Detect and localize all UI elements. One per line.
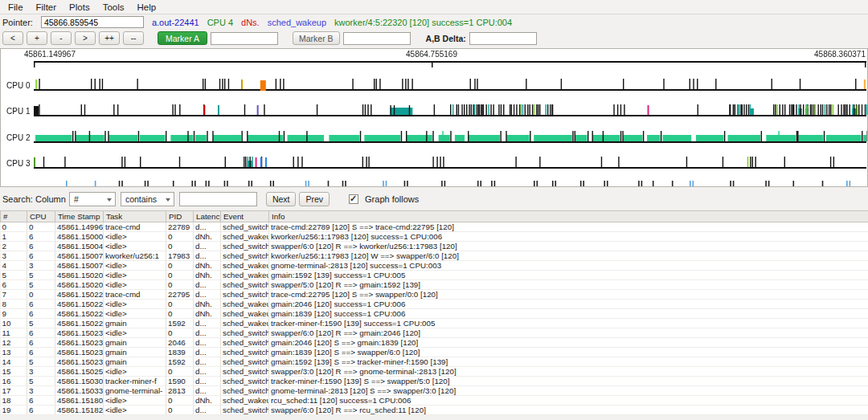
table-row[interactable]: 14545861.150239gmain1592d...sched_switch…	[1, 357, 868, 367]
table-cell[interactable]: 17983	[166, 251, 194, 261]
table-row[interactable]: 8645861.150226<idle>0dNh.sched_wakeupgma…	[1, 300, 868, 309]
table-row[interactable]: 18645861.151800<idle>0dNh.sched_wakeuprc…	[1, 396, 868, 406]
search-input[interactable]	[179, 192, 257, 206]
table-cell[interactable]: gmain:2046 [120] success=1 CPU:006	[269, 300, 868, 309]
table-cell[interactable]: d...	[194, 367, 221, 377]
table-cell[interactable]: <idle>	[104, 300, 166, 309]
table-cell[interactable]: swapper/6:0 [120] R ==> kworker/u256:1:1…	[269, 242, 868, 251]
table-cell[interactable]: 45861.150228	[55, 309, 104, 319]
table-cell[interactable]: <idle>	[104, 271, 166, 280]
table-cell[interactable]: <idle>	[104, 309, 166, 319]
table-cell[interactable]: d...	[194, 406, 221, 415]
table-cell[interactable]: 4	[1, 261, 27, 271]
table-cell[interactable]: 6	[27, 338, 55, 348]
table-cell[interactable]: 45861.150226	[55, 300, 104, 309]
col-header-event[interactable]: Event	[221, 211, 269, 222]
scroll-right-button[interactable]: >	[75, 31, 96, 45]
menu-filter[interactable]: Filter	[30, 1, 63, 14]
table-cell[interactable]: 2813	[166, 386, 194, 396]
table-cell[interactable]: gmain	[104, 338, 166, 348]
table-cell[interactable]: 45861.151824	[55, 406, 104, 415]
table-cell[interactable]: 16	[1, 377, 27, 386]
prev-button[interactable]: Prev	[299, 192, 330, 206]
table-cell[interactable]: 45861.150228	[55, 319, 104, 328]
table-cell[interactable]: dNh.	[194, 309, 221, 319]
table-cell[interactable]: 45861.150230	[55, 328, 104, 338]
table-cell[interactable]: 0	[166, 309, 194, 319]
table-cell[interactable]: 6	[27, 300, 55, 309]
table-cell[interactable]: d...	[194, 242, 221, 251]
table-cell[interactable]: <idle>	[104, 406, 166, 415]
table-cell[interactable]: 15	[1, 367, 27, 377]
table-cell[interactable]: 0	[27, 222, 55, 232]
table-row[interactable]: 17345861.150336gnome-terminal-2813d...sc…	[1, 386, 868, 396]
table-cell[interactable]: 0	[166, 261, 194, 271]
table-cell[interactable]: d...	[194, 328, 221, 338]
table-cell[interactable]: 0	[166, 406, 194, 415]
table-cell[interactable]: 22789	[166, 222, 194, 232]
table-cell[interactable]: d...	[194, 251, 221, 261]
col-header-pid[interactable]: PID	[166, 211, 194, 222]
table-cell[interactable]: 45861.150070	[55, 251, 104, 261]
marker-a-button[interactable]: Marker A	[158, 31, 207, 45]
table-cell[interactable]: 5	[1, 271, 27, 280]
menu-plots[interactable]: Plots	[63, 1, 96, 14]
next-button[interactable]: Next	[266, 192, 297, 206]
table-cell[interactable]: 10	[1, 319, 27, 328]
table-cell[interactable]: 45861.150307	[55, 377, 104, 386]
table-cell[interactable]: 9	[1, 309, 27, 319]
table-cell[interactable]: 13	[1, 348, 27, 357]
table-cell[interactable]: 45861.150078	[55, 261, 104, 271]
menu-tools[interactable]: Tools	[96, 1, 131, 14]
table-cell[interactable]: 1590	[166, 377, 194, 386]
table-cell[interactable]: gnome-terminal-	[104, 386, 166, 396]
table-cell[interactable]: 6	[27, 232, 55, 242]
table-cell[interactable]: sched_switch	[221, 338, 269, 348]
table-cell[interactable]: 0	[166, 232, 194, 242]
table-cell[interactable]: d...	[194, 348, 221, 357]
table-cell[interactable]: sched_switch	[221, 367, 269, 377]
table-cell[interactable]: 6	[27, 309, 55, 319]
table-cell[interactable]: 5	[27, 377, 55, 386]
table-cell[interactable]: 19	[1, 406, 27, 415]
table-cell[interactable]: dNh.	[194, 261, 221, 271]
table-cell[interactable]: 5	[27, 357, 55, 367]
table-row[interactable]: 1645861.150007<idle>0dNh.sched_wakeupkwo…	[1, 232, 868, 242]
table-cell[interactable]: 0	[166, 271, 194, 280]
table-cell[interactable]: 45861.150007	[55, 232, 104, 242]
table-cell[interactable]: 45861.150221	[55, 290, 104, 300]
table-cell[interactable]: 11	[1, 328, 27, 338]
table-cell[interactable]: 45861.150239	[55, 357, 104, 367]
table-cell[interactable]: <idle>	[104, 280, 166, 290]
table-cell[interactable]: 3	[27, 386, 55, 396]
table-cell[interactable]: gnome-terminal-:2813 [120] S ==> swapper…	[269, 386, 868, 396]
table-cell[interactable]: 1	[1, 232, 27, 242]
marker-b-button[interactable]: Marker B	[293, 31, 340, 45]
table-cell[interactable]: sched_switch	[221, 386, 269, 396]
table-cell[interactable]: sched_switch	[221, 290, 269, 300]
table-cell[interactable]: 5	[27, 271, 55, 280]
table-cell[interactable]: trace-cmd	[104, 222, 166, 232]
table-cell[interactable]: swapper/6:0 [120] R ==> rcu_sched:11 [12…	[269, 406, 868, 415]
search-column-select[interactable]: #	[69, 192, 116, 206]
table-cell[interactable]: sched_switch	[221, 406, 269, 415]
table-cell[interactable]: tracker-miner-f	[104, 377, 166, 386]
zoom-in-fast-button[interactable]: ++	[99, 31, 120, 45]
table-cell[interactable]: sched_wakeup	[221, 319, 269, 328]
table-cell[interactable]: 45861.150336	[55, 386, 104, 396]
table-cell[interactable]: trace-cmd:22795 [120] S ==> swapper/0:0 …	[269, 290, 868, 300]
table-cell[interactable]: 45861.151800	[55, 396, 104, 406]
table-cell[interactable]: kworker/u256:1:17983 [120] success=1 CPU…	[269, 232, 868, 242]
table-row[interactable]: 2645861.150045<idle>0d...sched_switchswa…	[1, 242, 868, 251]
table-cell[interactable]: 45861.149967	[55, 222, 104, 232]
table-cell[interactable]: 5	[27, 280, 55, 290]
table-cell[interactable]: 3	[27, 367, 55, 377]
table-cell[interactable]: sched_wakeup	[221, 396, 269, 406]
table-cell[interactable]: 6	[27, 396, 55, 406]
col-header-timestamp[interactable]: Time Stamp	[55, 211, 104, 222]
table-cell[interactable]: gmain:1839 [120] S ==> swapper/6:0 [120]	[269, 348, 868, 357]
table-cell[interactable]: sched_wakeup	[221, 309, 269, 319]
table-cell[interactable]: 45861.150239	[55, 348, 104, 357]
table-cell[interactable]: 8	[1, 300, 27, 309]
table-cell[interactable]: dNh.	[194, 396, 221, 406]
